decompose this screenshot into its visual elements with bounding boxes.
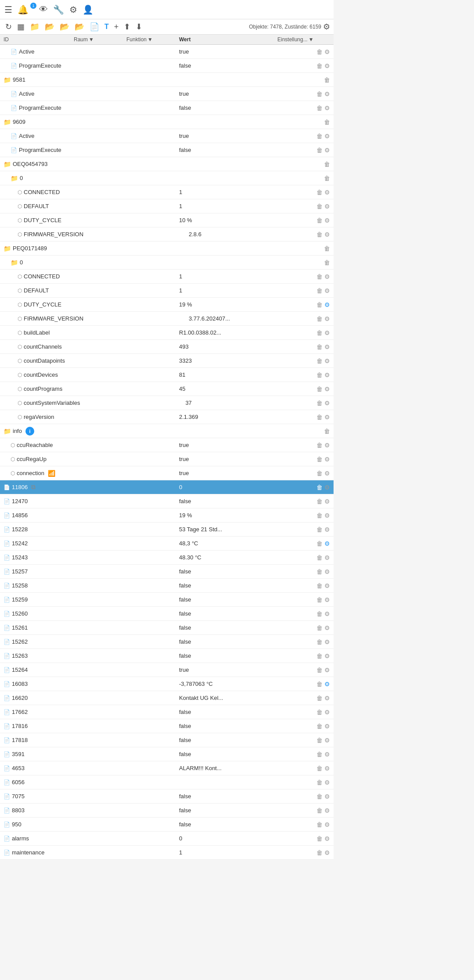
download-icon[interactable]: ⬇ (134, 21, 144, 32)
delete-icon[interactable]: 🗑 (316, 624, 323, 631)
delete-icon[interactable]: 🗑 (316, 414, 323, 421)
list-item[interactable]: ⬡ DUTY_CYCLE 10 % 🗑 ⚙ (0, 213, 334, 227)
gear-icon[interactable]: ⚙ (324, 147, 330, 154)
gear-icon[interactable]: ⚙ (324, 737, 330, 744)
delete-icon[interactable]: 🗑 (324, 259, 330, 266)
list-item[interactable]: 📄 8803 false 🗑 ⚙ (0, 803, 334, 818)
list-item[interactable]: 📁 info i 🗑 (0, 424, 334, 438)
list-item[interactable]: ⬡ ccuReachable true 🗑 ⚙ (0, 438, 334, 452)
col-header-raum[interactable]: Raum ▼ (74, 36, 126, 43)
bell-icon[interactable]: 🔔 (18, 5, 29, 14)
list-item[interactable]: 📄 ProgramExecute false 🗑 ⚙ (0, 143, 334, 157)
delete-icon[interactable]: 🗑 (316, 793, 323, 800)
list-item[interactable]: 📄 ProgramExecute false 🗑 ⚙ (0, 59, 334, 73)
settings-icon[interactable]: ⚙ (69, 4, 77, 15)
delete-icon[interactable]: 🗑 (316, 62, 323, 69)
list-item[interactable]: 📄 17662 false 🗑 ⚙ (0, 705, 334, 719)
delete-icon[interactable]: 🗑 (316, 301, 323, 308)
delete-icon[interactable]: 🗑 (324, 245, 330, 252)
delete-icon[interactable]: 🗑 (316, 807, 323, 814)
gear-icon[interactable]: ⚙ (324, 484, 330, 491)
gear-icon[interactable]: ⚙ (324, 329, 330, 336)
gear-icon[interactable]: ⚙ (324, 709, 330, 716)
gear-icon[interactable]: ⚙ (324, 48, 330, 55)
gear-icon[interactable]: ⚙ (324, 624, 330, 631)
delete-icon[interactable]: 🗑 (316, 189, 323, 196)
gear-icon[interactable]: ⚙ (324, 835, 330, 842)
list-item[interactable]: 📄 11806 ⧉ 0 🗑 ⚙ (0, 480, 334, 494)
list-item[interactable]: 📄 16620 Kontakt UG Kel... 🗑 ⚙ (0, 691, 334, 705)
folder2-icon[interactable]: 📂 (58, 21, 71, 32)
gear-icon[interactable]: ⚙ (324, 470, 330, 477)
list-item[interactable]: 📄 6056 🗑 ⚙ (0, 775, 334, 789)
delete-icon[interactable]: 🗑 (316, 442, 323, 449)
gear-icon[interactable]: ⚙ (324, 751, 330, 758)
gear-icon[interactable]: ⚙ (324, 343, 330, 350)
list-item[interactable]: ⬡ CONNECTED 1 🗑 ⚙ (0, 270, 334, 284)
list-item[interactable]: ⬡ countSystemVariables 37 🗑 ⚙ (0, 396, 334, 410)
list-item[interactable]: 📄 15257 false 🗑 ⚙ (0, 565, 334, 579)
delete-icon[interactable]: 🗑 (316, 779, 323, 786)
list-item[interactable]: 📄 16083 -3,787063 °C 🗑 ⚙ (0, 677, 334, 691)
col-header-einstellung[interactable]: Einstellung... ▼ (277, 36, 330, 43)
open-folder-icon[interactable]: 📂 (43, 21, 56, 32)
gear-icon[interactable]: ⚙ (324, 371, 330, 378)
gear-icon[interactable]: ⚙ (324, 638, 330, 645)
delete-icon[interactable]: 🗑 (324, 428, 330, 435)
text-icon[interactable]: T (103, 22, 111, 32)
delete-icon[interactable]: 🗑 (316, 315, 323, 322)
list-item[interactable]: 📄 15243 48.30 °C 🗑 ⚙ (0, 551, 334, 565)
gear-icon[interactable]: ⚙ (324, 400, 330, 407)
list-item[interactable]: 📁 OEQ0454793 🗑 (0, 157, 334, 171)
delete-icon[interactable]: 🗑 (316, 849, 323, 856)
delete-icon[interactable]: 🗑 (324, 161, 330, 168)
list-item[interactable]: 📄 maintenance 1 🗑 ⚙ (0, 846, 334, 860)
gear-icon[interactable]: ⚙ (324, 667, 330, 674)
list-item[interactable]: 📄 3591 false 🗑 ⚙ (0, 747, 334, 761)
gear-icon[interactable]: ⚙ (324, 301, 330, 308)
list-item[interactable]: 📁 PEQ0171489 🗑 (0, 241, 334, 256)
list-item[interactable]: 📄 17816 false 🗑 ⚙ (0, 719, 334, 733)
list-item[interactable]: 📄 ProgramExecute false 🗑 ⚙ (0, 101, 334, 115)
delete-icon[interactable]: 🗑 (316, 765, 323, 772)
list-item[interactable]: 📄 Active true 🗑 ⚙ (0, 87, 334, 101)
list-item[interactable]: ⬡ countDatapoints 3323 🗑 ⚙ (0, 354, 334, 368)
list-item[interactable]: ⬡ countPrograms 45 🗑 ⚙ (0, 382, 334, 396)
toolbar-gear-icon[interactable]: ⚙ (323, 22, 330, 32)
list-item[interactable]: 📄 15228 53 Tage 21 Std... 🗑 ⚙ (0, 522, 334, 537)
list-item[interactable]: 📄 15264 true 🗑 ⚙ (0, 663, 334, 677)
list-item[interactable]: 📄 15260 false 🗑 ⚙ (0, 607, 334, 621)
delete-icon[interactable]: 🗑 (316, 343, 323, 350)
gear-icon[interactable]: ⚙ (324, 695, 330, 702)
list-item[interactable]: 📄 alarms 0 🗑 ⚙ (0, 832, 334, 846)
list-item[interactable]: ⬡ FIRMWARE_VERSION 3.77.6.202407... 🗑 ⚙ (0, 312, 334, 326)
gear-icon[interactable]: ⚙ (324, 526, 330, 533)
list-item[interactable]: 📄 Active true 🗑 ⚙ (0, 129, 334, 143)
refresh-icon[interactable]: ↻ (4, 21, 14, 32)
list-item[interactable]: 📄 12470 false 🗑 ⚙ (0, 494, 334, 508)
list-item[interactable]: 📁 9609 🗑 (0, 115, 334, 129)
delete-icon[interactable]: 🗑 (316, 821, 323, 828)
delete-icon[interactable]: 🗑 (316, 90, 323, 97)
gear-icon[interactable]: ⚙ (324, 217, 330, 224)
folder-icon[interactable]: 📁 (28, 21, 41, 32)
delete-icon[interactable]: 🗑 (316, 217, 323, 224)
gear-icon[interactable]: ⚙ (324, 554, 330, 561)
delete-icon[interactable]: 🗑 (316, 273, 323, 280)
gear-icon[interactable]: ⚙ (324, 723, 330, 730)
gear-icon[interactable]: ⚙ (324, 610, 330, 617)
gear-icon[interactable]: ⚙ (324, 596, 330, 603)
list-item[interactable]: 📄 15262 false 🗑 ⚙ (0, 635, 334, 649)
gear-icon[interactable]: ⚙ (324, 287, 330, 294)
list-item[interactable]: 📄 7075 false 🗑 ⚙ (0, 789, 334, 803)
gear-icon[interactable]: ⚙ (324, 414, 330, 421)
delete-icon[interactable]: 🗑 (316, 596, 323, 603)
gear-icon[interactable]: ⚙ (324, 765, 330, 772)
delete-icon[interactable]: 🗑 (316, 104, 323, 112)
gear-icon[interactable]: ⚙ (324, 386, 330, 393)
delete-icon[interactable]: 🗑 (324, 175, 330, 182)
gear-icon[interactable]: ⚙ (324, 512, 330, 519)
delete-icon[interactable]: 🗑 (316, 681, 323, 688)
list-item[interactable]: 📄 15258 false 🗑 ⚙ (0, 579, 334, 593)
gear-icon[interactable]: ⚙ (324, 582, 330, 589)
